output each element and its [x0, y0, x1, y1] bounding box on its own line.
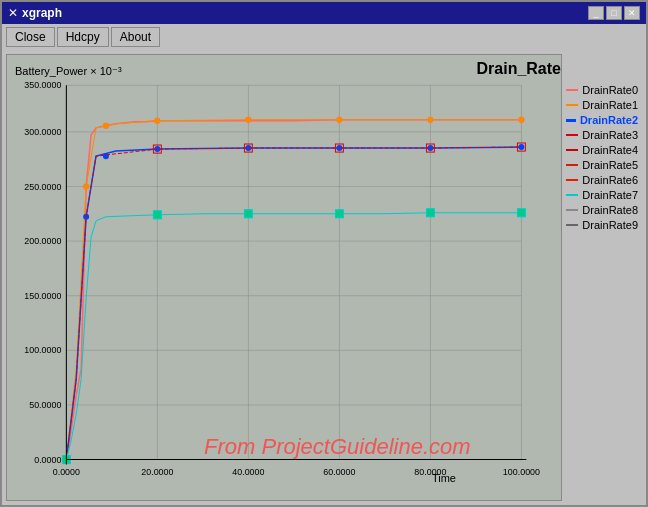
svg-text:250.0000: 250.0000 [24, 181, 61, 191]
legend-label-2: DrainRate2 [580, 114, 638, 126]
chart-container: Battery_Power × 10⁻³ Time [6, 54, 562, 501]
svg-text:100.0000: 100.0000 [24, 345, 61, 355]
svg-rect-62 [517, 209, 525, 217]
title-controls: _ □ ✕ [588, 6, 640, 20]
svg-rect-60 [335, 210, 343, 218]
svg-text:60.0000: 60.0000 [323, 467, 355, 477]
svg-point-40 [245, 117, 251, 123]
maximize-button[interactable]: □ [606, 6, 622, 20]
legend-label-1: DrainRate1 [582, 99, 638, 111]
svg-point-39 [154, 118, 160, 124]
svg-text:350.0000: 350.0000 [24, 80, 61, 90]
legend-line-3 [566, 134, 578, 136]
chart-svg: 0.0000 50.0000 100.0000 150.0000 200.000… [7, 55, 561, 500]
close-button[interactable]: Close [6, 27, 55, 47]
svg-text:150.0000: 150.0000 [24, 291, 61, 301]
app-icon: ✕ [8, 6, 18, 20]
legend-line-8 [566, 209, 578, 211]
about-button[interactable]: About [111, 27, 160, 47]
legend-item-9: DrainRate9 [566, 219, 638, 231]
legend-label-5: DrainRate5 [582, 159, 638, 171]
hdcpy-button[interactable]: Hdcpy [57, 27, 109, 47]
svg-text:0.0000: 0.0000 [34, 454, 61, 464]
svg-text:50.0000: 50.0000 [29, 400, 61, 410]
svg-point-38 [103, 123, 109, 129]
svg-text:80.0000: 80.0000 [414, 467, 446, 477]
window-close-button[interactable]: ✕ [624, 6, 640, 20]
legend-line-4 [566, 149, 578, 151]
legend-item-6: DrainRate6 [566, 174, 638, 186]
legend-line-6 [566, 179, 578, 181]
svg-point-37 [83, 183, 89, 189]
legend-label-3: DrainRate3 [582, 129, 638, 141]
legend-label-7: DrainRate7 [582, 189, 638, 201]
legend: Drain_Rate DrainRate0 DrainRate1 DrainRa… [562, 54, 642, 501]
title-bar-left: ✕ xgraph [8, 6, 62, 20]
legend-line-9 [566, 224, 578, 226]
legend-item-7: DrainRate7 [566, 189, 638, 201]
legend-item-0: DrainRate0 [566, 84, 638, 96]
svg-text:0.0000: 0.0000 [53, 467, 80, 477]
legend-line-5 [566, 164, 578, 166]
svg-rect-58 [153, 211, 161, 219]
legend-item-2: DrainRate2 [566, 114, 638, 126]
legend-label-6: DrainRate6 [582, 174, 638, 186]
svg-text:200.0000: 200.0000 [24, 236, 61, 246]
chart-title: Drain_Rate [477, 60, 561, 78]
legend-label-8: DrainRate8 [582, 204, 638, 216]
svg-text:300.0000: 300.0000 [24, 127, 61, 137]
svg-text:20.0000: 20.0000 [141, 467, 173, 477]
legend-line-1 [566, 104, 578, 106]
legend-label-9: DrainRate9 [582, 219, 638, 231]
minimize-button[interactable]: _ [588, 6, 604, 20]
legend-item-1: DrainRate1 [566, 99, 638, 111]
chart-area: Battery_Power × 10⁻³ Time [2, 50, 646, 505]
menu-bar: Close Hdcpy About [2, 24, 646, 50]
svg-point-42 [427, 117, 433, 123]
legend-item-4: DrainRate4 [566, 144, 638, 156]
window-title: xgraph [22, 6, 62, 20]
svg-point-46 [103, 153, 109, 159]
svg-rect-61 [426, 209, 434, 217]
svg-point-41 [336, 117, 342, 123]
legend-line-0 [566, 89, 578, 91]
main-window: ✕ xgraph _ □ ✕ Close Hdcpy About Battery… [0, 0, 648, 507]
legend-line-7 [566, 194, 578, 196]
legend-item-8: DrainRate8 [566, 204, 638, 216]
legend-label-0: DrainRate0 [582, 84, 638, 96]
legend-item-3: DrainRate3 [566, 129, 638, 141]
svg-text:40.0000: 40.0000 [232, 467, 264, 477]
svg-text:100.0000: 100.0000 [503, 467, 540, 477]
legend-label-4: DrainRate4 [582, 144, 638, 156]
legend-line-2 [566, 119, 576, 122]
legend-item-5: DrainRate5 [566, 159, 638, 171]
svg-point-43 [518, 117, 524, 123]
svg-rect-59 [244, 210, 252, 218]
title-bar: ✕ xgraph _ □ ✕ [2, 2, 646, 24]
